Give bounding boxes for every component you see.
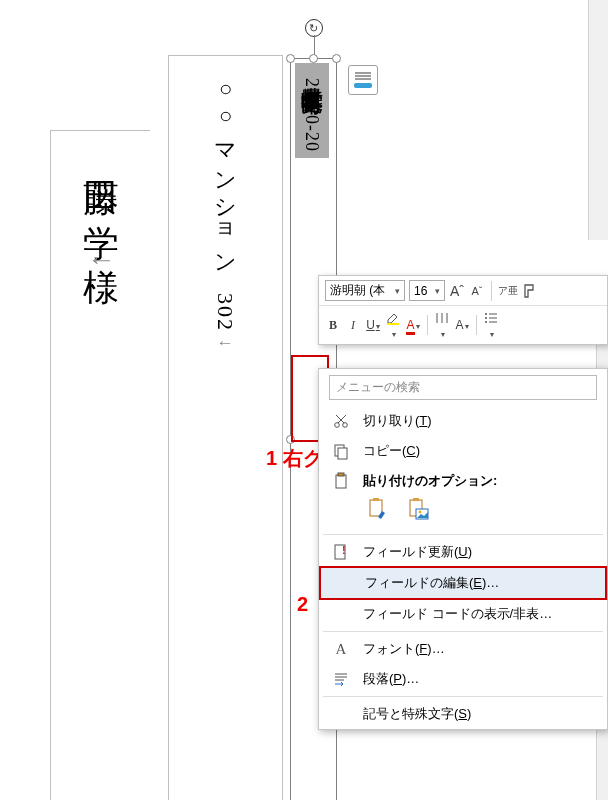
svg-line-16	[338, 415, 346, 423]
address-content: 岐阜県岐阜市雪見町2-820-20	[295, 63, 329, 162]
paste-options-row	[319, 490, 607, 532]
menu-label: フィールド コードの表示/非表…	[363, 605, 597, 623]
paste-icon	[329, 472, 353, 490]
chevron-down-icon: ▾	[435, 286, 440, 296]
annotation-step2: 2	[297, 593, 308, 616]
separator	[491, 281, 492, 301]
svg-point-27	[419, 511, 422, 514]
menu-item-paste-options: 貼り付けのオプション:	[319, 466, 607, 490]
font-name-combo[interactable]: 游明朝 (本 ▾	[325, 280, 405, 301]
menu-divider	[323, 534, 603, 535]
svg-point-9	[485, 317, 487, 319]
menu-item-symbols[interactable]: 記号と特殊文字(S)	[319, 699, 607, 729]
mini-toolbar: 游明朝 (本 ▾ 16 ▾ Aˆ Aˇ ア亜 B I U▾ ▾ A▾	[318, 275, 608, 345]
separator	[476, 315, 477, 335]
address-selected-text[interactable]: 岐阜県岐阜市雪見町2-820-20	[295, 63, 329, 158]
format-painter-icon[interactable]	[522, 283, 538, 299]
svg-rect-4	[387, 323, 399, 325]
menu-divider	[323, 696, 603, 697]
char-spacing-icon[interactable]: ▾	[434, 310, 450, 340]
resize-handle[interactable]	[286, 54, 295, 63]
svg-rect-20	[336, 475, 346, 488]
svg-text:!: !	[342, 544, 346, 556]
recipient-name: 藤田 学 様←	[72, 151, 130, 277]
menu-item-font[interactable]: A フォント(F)…	[319, 634, 607, 664]
font-name-value: 游明朝 (本	[330, 282, 385, 299]
menu-item-paragraph[interactable]: 段落(P)…	[319, 664, 607, 694]
paste-options-label: 貼り付けのオプション:	[363, 472, 597, 490]
svg-rect-0	[354, 83, 372, 88]
list-icon[interactable]: ▾	[483, 310, 499, 340]
highlight-color-icon[interactable]: ▾	[385, 310, 401, 340]
menu-item-cut[interactable]: 切り取り(T)	[319, 406, 607, 436]
svg-point-8	[485, 313, 487, 315]
change-case-icon[interactable]: A▾	[454, 318, 470, 332]
paste-picture-button[interactable]	[403, 494, 433, 524]
svg-rect-19	[338, 448, 347, 459]
menu-item-field-code[interactable]: フィールド コードの表示/非表…	[319, 599, 607, 629]
svg-point-10	[485, 321, 487, 323]
menu-label: 記号と特殊文字(S)	[363, 705, 597, 723]
context-menu: メニューの検索 切り取り(T) コピー(C) 貼り付けのオプション:	[318, 368, 608, 730]
menu-label: 段落(P)…	[363, 670, 597, 688]
menu-label: フィールド更新(U)	[363, 543, 597, 561]
resize-handle[interactable]	[309, 54, 318, 63]
menu-divider	[323, 631, 603, 632]
svg-rect-23	[373, 498, 379, 501]
svg-rect-21	[338, 473, 344, 476]
font-size-combo[interactable]: 16 ▾	[409, 280, 445, 301]
rotate-stem	[314, 35, 315, 55]
name-textbox[interactable]: 藤田 学 様←	[50, 130, 150, 800]
right-pane-sliver	[588, 0, 608, 240]
canvas: 藤田 学 様← ○○マンション 302← ↻ 岐阜県岐阜市雪見町2-820-20…	[0, 0, 608, 800]
resize-handle[interactable]	[332, 54, 341, 63]
font-color-icon[interactable]: A▾	[405, 318, 421, 332]
font-size-value: 16	[414, 284, 427, 298]
scissors-icon	[329, 412, 353, 430]
svg-point-15	[343, 423, 348, 428]
decrease-font-icon[interactable]: Aˇ	[469, 285, 485, 297]
menu-item-copy[interactable]: コピー(C)	[319, 436, 607, 466]
paragraph-mark: ←	[85, 243, 117, 277]
layout-options-button[interactable]	[348, 65, 378, 95]
underline-icon[interactable]: U▾	[365, 318, 381, 332]
menu-label: フォント(F)…	[363, 640, 597, 658]
menu-item-field-edit[interactable]: フィールドの編集(E)…	[319, 566, 607, 600]
menu-search-input[interactable]: メニューの検索	[329, 375, 597, 400]
chevron-down-icon: ▾	[395, 286, 400, 296]
paragraph-mark: ←	[215, 332, 235, 354]
menu-item-field-update[interactable]: ! フィールド更新(U)	[319, 537, 607, 567]
mansion-textbox[interactable]: ○○マンション 302←	[168, 55, 283, 800]
svg-point-14	[335, 423, 340, 428]
font-icon: A	[329, 641, 353, 658]
field-update-icon: !	[329, 543, 353, 561]
paragraph-icon	[329, 670, 353, 688]
menu-label: フィールドの編集(E)…	[365, 574, 595, 592]
increase-font-icon[interactable]: Aˆ	[449, 283, 465, 299]
svg-rect-25	[413, 498, 419, 501]
bold-icon[interactable]: B	[325, 318, 341, 333]
svg-line-17	[336, 415, 344, 423]
phonetic-guide-icon[interactable]: ア亜	[498, 287, 518, 295]
layout-options-icon	[353, 71, 373, 89]
separator	[427, 315, 428, 335]
paste-keep-source-button[interactable]	[363, 494, 393, 524]
italic-icon[interactable]: I	[345, 318, 361, 333]
menu-label: コピー(C)	[363, 442, 597, 460]
copy-icon	[329, 442, 353, 460]
mansion-text: ○○マンション 302←	[208, 76, 243, 354]
svg-rect-22	[370, 500, 382, 516]
menu-label: 切り取り(T)	[363, 412, 597, 430]
